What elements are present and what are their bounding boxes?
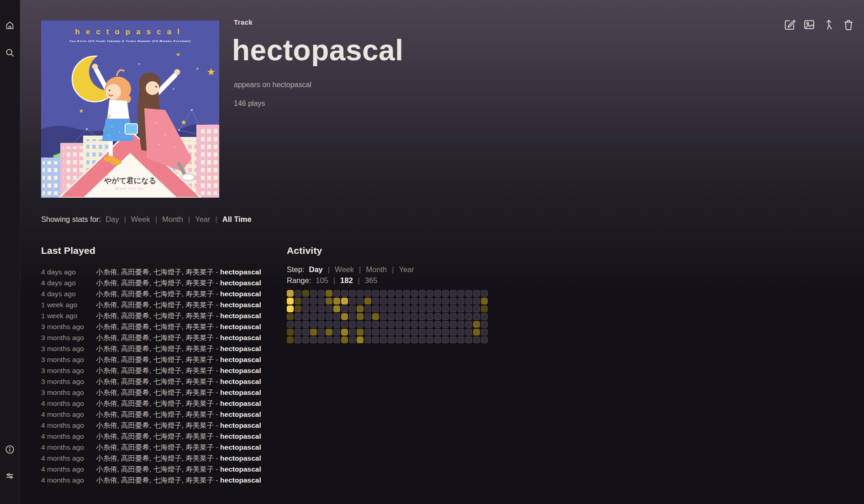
heatmap-cell[interactable] (434, 321, 441, 328)
heatmap-cell[interactable] (333, 298, 340, 304)
heatmap-cell[interactable] (295, 321, 301, 328)
heatmap-cell[interactable] (341, 298, 348, 304)
heatmap-cell[interactable] (465, 313, 472, 320)
heatmap-cell[interactable] (333, 321, 340, 328)
artist-link[interactable]: 小糸侑 (96, 410, 117, 418)
artist-link[interactable]: 七海燈子 (153, 454, 182, 462)
heatmap-cell[interactable] (380, 329, 387, 336)
track-link[interactable]: hectopascal (220, 432, 261, 440)
home-icon[interactable] (5, 20, 15, 31)
heatmap-cell[interactable] (364, 313, 371, 320)
stats-option-all-time[interactable]: All Time (222, 215, 252, 223)
heatmap-cell[interactable] (326, 298, 332, 304)
track-link[interactable]: hectopascal (220, 399, 261, 407)
artist-link[interactable]: 高田憂希 (121, 388, 149, 396)
artist-link[interactable]: 小糸侑 (96, 421, 117, 429)
heatmap-cell[interactable] (302, 305, 309, 312)
heatmap-cell[interactable] (403, 321, 410, 328)
heatmap-cell[interactable] (364, 290, 371, 297)
heatmap-cell[interactable] (419, 336, 426, 343)
heatmap-cell[interactable] (419, 313, 426, 320)
artist-link[interactable]: 高田憂希 (121, 378, 149, 385)
artist-link[interactable]: 高田憂希 (121, 268, 149, 276)
track-link[interactable]: hectopascal (220, 290, 261, 298)
heatmap-cell[interactable] (395, 298, 402, 304)
artist-link[interactable]: 小糸侑 (96, 378, 117, 385)
artist-link[interactable]: 七海燈子 (153, 290, 182, 298)
heatmap-cell[interactable] (287, 329, 294, 336)
heatmap-cell[interactable] (427, 290, 433, 297)
heatmap-cell[interactable] (364, 305, 371, 312)
heatmap-cell[interactable] (458, 336, 464, 343)
artist-link[interactable]: 小糸侑 (96, 268, 117, 276)
track-link[interactable]: hectopascal (220, 454, 261, 462)
heatmap-cell[interactable] (450, 336, 457, 343)
track-link[interactable]: hectopascal (220, 356, 261, 363)
heatmap-cell[interactable] (403, 336, 410, 343)
delete-icon[interactable] (842, 18, 855, 31)
search-icon[interactable] (5, 47, 15, 58)
artist-link[interactable]: 寿美菜子 (185, 312, 214, 320)
heatmap-cell[interactable] (481, 290, 488, 297)
heatmap-cell[interactable] (341, 290, 348, 297)
artist-link[interactable]: 寿美菜子 (185, 378, 214, 385)
artist-link[interactable]: 寿美菜子 (185, 323, 214, 331)
heatmap-cell[interactable] (349, 329, 356, 336)
heatmap-cell[interactable] (403, 313, 410, 320)
heatmap-cell[interactable] (450, 329, 457, 336)
heatmap-cell[interactable] (419, 305, 426, 312)
heatmap-cell[interactable] (481, 298, 488, 304)
heatmap-cell[interactable] (380, 313, 387, 320)
heatmap-cell[interactable] (458, 329, 464, 336)
range-option-182[interactable]: 182 (340, 276, 353, 284)
heatmap-cell[interactable] (442, 313, 449, 320)
heatmap-cell[interactable] (473, 336, 480, 343)
step-option-year[interactable]: Year (399, 265, 414, 273)
heatmap-cell[interactable] (310, 321, 317, 328)
stats-option-day[interactable]: Day (105, 215, 119, 223)
heatmap-cell[interactable] (403, 329, 410, 336)
heatmap-cell[interactable] (295, 305, 301, 312)
heatmap-cell[interactable] (287, 305, 294, 312)
heatmap-cell[interactable] (411, 321, 418, 328)
artist-link[interactable]: 小糸侑 (96, 465, 117, 473)
artist-link[interactable]: 高田憂希 (121, 356, 149, 363)
heatmap-cell[interactable] (411, 290, 418, 297)
heatmap-cell[interactable] (364, 329, 371, 336)
artist-link[interactable]: 高田憂希 (121, 301, 149, 309)
heatmap-cell[interactable] (458, 290, 464, 297)
heatmap-cell[interactable] (341, 321, 348, 328)
artist-link[interactable]: 七海燈子 (153, 356, 182, 363)
heatmap-cell[interactable] (310, 305, 317, 312)
heatmap-cell[interactable] (295, 290, 301, 297)
heatmap-cell[interactable] (403, 298, 410, 304)
heatmap-cell[interactable] (380, 321, 387, 328)
heatmap-cell[interactable] (434, 329, 441, 336)
artist-link[interactable]: 高田憂希 (121, 454, 149, 462)
heatmap-cell[interactable] (388, 329, 395, 336)
artist-link[interactable]: 小糸侑 (96, 345, 117, 352)
merge-icon[interactable] (822, 18, 835, 31)
heatmap-cell[interactable] (481, 329, 488, 336)
heatmap-cell[interactable] (465, 336, 472, 343)
artist-link[interactable]: 高田憂希 (121, 421, 149, 429)
settings-icon[interactable] (5, 471, 15, 481)
heatmap-cell[interactable] (326, 313, 332, 320)
track-link[interactable]: hectopascal (220, 378, 261, 385)
heatmap-cell[interactable] (349, 313, 356, 320)
heatmap-cell[interactable] (458, 313, 464, 320)
heatmap-cell[interactable] (326, 329, 332, 336)
heatmap-cell[interactable] (287, 290, 294, 297)
heatmap-cell[interactable] (395, 305, 402, 312)
artist-link[interactable]: 寿美菜子 (185, 345, 214, 352)
heatmap-cell[interactable] (357, 313, 364, 320)
heatmap-cell[interactable] (395, 329, 402, 336)
artist-link[interactable]: 寿美菜子 (185, 279, 214, 287)
heatmap-cell[interactable] (403, 305, 410, 312)
heatmap-cell[interactable] (318, 305, 325, 312)
heatmap-cell[interactable] (473, 290, 480, 297)
artist-link[interactable]: 七海燈子 (153, 312, 182, 320)
track-link[interactable]: hectopascal (220, 312, 261, 320)
heatmap-cell[interactable] (333, 305, 340, 312)
heatmap-cell[interactable] (458, 298, 464, 304)
